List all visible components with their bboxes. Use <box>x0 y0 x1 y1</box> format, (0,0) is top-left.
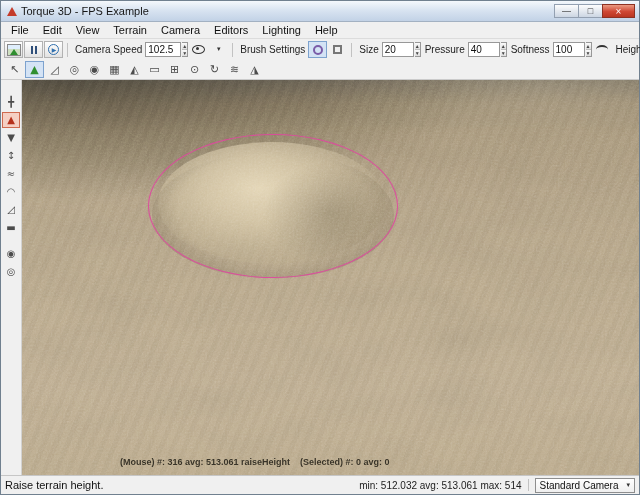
menu-bar: File Edit View Terrain Camera Editors Li… <box>1 22 639 39</box>
main-area: ╋ ▲ ▼ ↕ ≈ ◠ ◿ ▬ ◉ ◎ <box>1 80 639 475</box>
add-block-tool[interactable]: ⊞ <box>165 61 184 78</box>
softness-curve-button[interactable] <box>593 41 612 58</box>
terrain-grain-noise <box>22 80 639 475</box>
size-spin-down[interactable]: ▼ <box>415 49 420 56</box>
selected-info-overlay: (Selected) #: 0 avg: 0 <box>300 457 390 467</box>
square-brush-button[interactable] <box>328 41 347 58</box>
ramp-tool[interactable]: ◮ <box>245 61 264 78</box>
paint-tool[interactable]: ◭ <box>125 61 144 78</box>
paint-noise-tool[interactable]: ◿ <box>2 202 20 218</box>
smooth-height-tool[interactable]: ≈ <box>2 166 20 182</box>
title-bar: Torque 3D - FPS Example — □ × <box>1 1 639 22</box>
menu-editors[interactable]: Editors <box>207 23 255 37</box>
terrain-editor-tool[interactable]: ▲ <box>25 61 44 78</box>
minimize-button[interactable]: — <box>554 4 579 18</box>
noise-tool[interactable]: ≋ <box>225 61 244 78</box>
camera-mode-select[interactable]: Standard Camera ▾ <box>535 478 635 493</box>
adjust-height-tool[interactable]: ↕ <box>2 148 20 164</box>
softness-input[interactable] <box>553 42 585 57</box>
menu-terrain[interactable]: Terrain <box>106 23 154 37</box>
pressure-spin-down[interactable]: ▼ <box>501 49 506 56</box>
lower-height-tool[interactable]: ▼ <box>2 130 20 146</box>
separator <box>232 43 233 57</box>
softness-spin-down[interactable]: ▼ <box>586 49 591 56</box>
camera-speed-input[interactable] <box>145 42 181 57</box>
play-button[interactable]: ▶ <box>44 41 63 58</box>
menu-edit[interactable]: Edit <box>36 23 69 37</box>
status-message: Raise terrain height. <box>5 479 103 491</box>
smooth-slope-tool[interactable]: ◠ <box>2 184 20 200</box>
app-window: Torque 3D - FPS Example — □ × File Edit … <box>0 0 640 495</box>
pressure-input[interactable] <box>468 42 500 57</box>
status-right: min: 512.032 avg: 513.061 max: 514 Stand… <box>359 478 635 493</box>
circle-brush-button[interactable] <box>308 41 327 58</box>
curve-icon <box>596 45 608 54</box>
editor-toolbar: ↖ ▲ ◿ ◎ ◉ ▦ ◭ ▭ ⊞ ⊙ ↻ ≋ ◮ <box>1 60 639 80</box>
target-tool[interactable]: ⊙ <box>185 61 204 78</box>
status-bar: Raise terrain height. min: 512.032 avg: … <box>1 475 639 494</box>
torque-logo-icon <box>7 7 17 16</box>
maximize-button[interactable]: □ <box>578 4 603 18</box>
rotate-tool[interactable]: ↻ <box>205 61 224 78</box>
menu-help[interactable]: Help <box>308 23 345 37</box>
chevron-down-icon: ▾ <box>217 44 221 55</box>
separator <box>67 43 68 57</box>
flatten-tool[interactable]: ▭ <box>145 61 164 78</box>
slope-tool[interactable]: ◿ <box>45 61 64 78</box>
terrain-stats: min: 512.032 avg: 513.061 max: 514 <box>359 480 521 491</box>
size-label: Size <box>359 44 378 55</box>
eye-icon <box>192 45 205 54</box>
window-title: Torque 3D - FPS Example <box>21 5 149 17</box>
menu-file[interactable]: File <box>4 23 36 37</box>
menu-lighting[interactable]: Lighting <box>255 23 308 37</box>
set-height-tool[interactable]: ◉ <box>2 246 20 262</box>
softness-spinner: ▲ ▼ <box>586 42 592 57</box>
visibility-button[interactable] <box>189 41 208 58</box>
world-editor-button[interactable] <box>4 41 23 58</box>
square-brush-icon <box>333 45 342 54</box>
mouse-info-overlay: (Mouse) #: 316 avg: 513.061 raiseHeight <box>120 457 290 467</box>
camera-options-dropdown[interactable]: ▾ <box>209 41 228 58</box>
window-controls: — □ × <box>555 4 635 18</box>
pressure-spinner: ▲ ▼ <box>501 42 507 57</box>
separator <box>528 479 529 491</box>
clear-terrain-tool[interactable]: ◎ <box>2 264 20 280</box>
camera-speed-spin-down[interactable]: ▼ <box>182 49 187 56</box>
brush-cursor-ellipse <box>148 134 398 278</box>
camera-speed-spinner: ▲ ▼ <box>182 42 188 57</box>
grab-terrain-tool[interactable]: ╋ <box>2 94 20 110</box>
menu-camera[interactable]: Camera <box>154 23 207 37</box>
circle-brush-icon <box>313 45 323 55</box>
flatten-height-tool[interactable]: ▬ <box>2 220 20 236</box>
select-arrow-tool[interactable]: ↖ <box>5 61 24 78</box>
pressure-label: Pressure <box>425 44 465 55</box>
play-icon: ▶ <box>48 44 59 55</box>
brush-settings-label: Brush Settings <box>240 44 305 55</box>
softness-label: Softness <box>511 44 550 55</box>
height-label: Height <box>616 44 640 55</box>
grid-snap-tool[interactable]: ▦ <box>105 61 124 78</box>
landscape-icon <box>7 44 21 56</box>
chevron-down-icon: ▾ <box>626 481 630 489</box>
pause-icon <box>31 46 33 54</box>
terrain-viewport[interactable]: (Mouse) #: 316 avg: 513.061 raiseHeight … <box>22 80 639 475</box>
terrain-tool-palette: ╋ ▲ ▼ ↕ ≈ ◠ ◿ ▬ ◉ ◎ <box>1 80 22 475</box>
pause-button[interactable] <box>24 41 43 58</box>
camera-speed-label: Camera Speed <box>75 44 142 55</box>
size-input[interactable] <box>382 42 414 57</box>
main-toolbar: ▶ Camera Speed ▲ ▼ ▾ Brush Settings Size… <box>1 39 639 60</box>
separator <box>351 43 352 57</box>
size-spinner: ▲ ▼ <box>415 42 421 57</box>
smooth-tool[interactable]: ◎ <box>65 61 84 78</box>
close-button[interactable]: × <box>602 4 635 18</box>
sculpt-sphere-tool[interactable]: ◉ <box>85 61 104 78</box>
menu-view[interactable]: View <box>69 23 107 37</box>
raise-height-tool[interactable]: ▲ <box>2 112 20 128</box>
camera-mode-value: Standard Camera <box>540 480 619 491</box>
